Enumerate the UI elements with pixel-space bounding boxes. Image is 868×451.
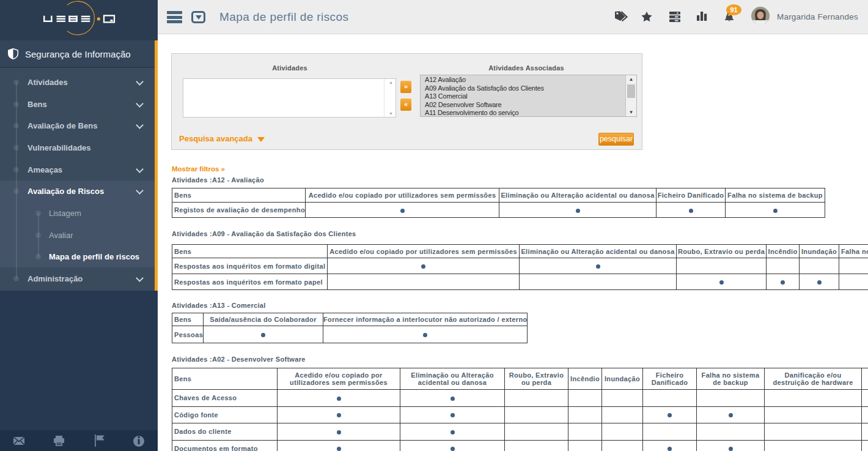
svg-text:91: 91 bbox=[730, 6, 737, 13]
